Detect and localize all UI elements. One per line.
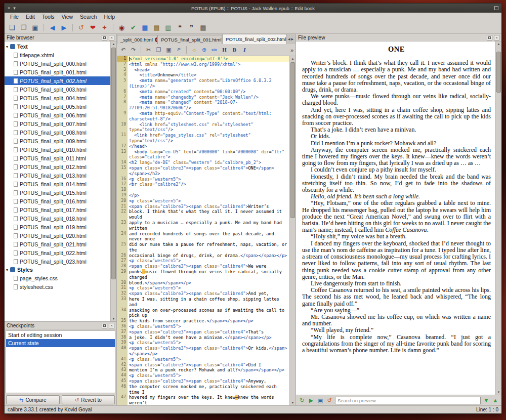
code-line[interactable]: 1<?xml version='1.0' encoding='utf-8'?> — [117, 56, 289, 62]
file-item[interactable]: POTUS_final_split_023.html — [5, 257, 110, 266]
code-line[interactable]: 44<p class="western5"> — [117, 373, 289, 379]
code-line[interactable]: 12</head> — [117, 144, 289, 149]
compare-button[interactable]: ⇆ Compare — [6, 395, 60, 404]
code-view-icon[interactable]: </> — [210, 46, 219, 55]
float-panel-icon[interactable] — [102, 35, 107, 40]
code-line[interactable]: 9 <meta http-equiv="Content-Type" conten… — [117, 111, 289, 122]
file-item[interactable]: POTUS_final_split_008.html — [5, 128, 110, 137]
menu-search[interactable]: Search — [76, 13, 100, 20]
file-item[interactable]: POTUS_final_split_013.html — [5, 171, 110, 180]
redo-icon[interactable]: ↷ — [129, 46, 138, 55]
file-item[interactable]: POTUS_final_split_000.html — [5, 59, 110, 68]
scroll-up-icon[interactable]: ▲ — [111, 41, 116, 47]
code-line[interactable]: 45<span class="calibre3"><span class="ca… — [117, 379, 289, 384]
scrollbar-thumb[interactable] — [111, 48, 116, 279]
reload-icon[interactable]: ↺ — [325, 396, 333, 404]
file-item[interactable]: POTUS_final_split_022.html — [5, 248, 110, 257]
menu-help[interactable]: Help — [100, 13, 118, 20]
code-line[interactable]: 39<p class="western5"> — [117, 340, 289, 346]
run-preview-icon[interactable]: ▶ — [307, 396, 315, 404]
checkpoint-item[interactable]: Start of editing session — [6, 331, 115, 339]
scroll-down-icon[interactable]: ▼ — [290, 400, 296, 405]
section-header-styles[interactable]: ▾Styles — [5, 266, 110, 274]
scroll-tabs-left-icon[interactable]: ◂ — [288, 36, 290, 41]
preview-search-input[interactable] — [335, 397, 481, 404]
insert-quote-icon[interactable]: ❞ — [187, 23, 196, 32]
scroll-up-icon[interactable]: ▲ — [290, 56, 296, 61]
code-line[interactable]: 2<html xmlns="http://www.w3.org/1999/xht… — [117, 62, 289, 67]
refresh-preview-icon[interactable]: ↻ — [298, 396, 306, 404]
file-item[interactable]: POTUS_final_split_019.html — [5, 223, 110, 231]
file-item[interactable]: POTUS_final_split_018.html — [5, 214, 110, 223]
reports-icon[interactable]: ▤ — [198, 23, 208, 32]
file-item[interactable]: POTUS_final_split_002.html — [5, 76, 110, 85]
code-line[interactable]: 46the computer screen mocked me, practic… — [117, 384, 289, 395]
file-item[interactable]: POTUS_final_split_014.html — [5, 180, 110, 188]
section-header-text[interactable]: ▾Text — [5, 43, 110, 51]
code-line[interactable]: 7 <meta name="changedby" content="Jack W… — [117, 95, 289, 100]
undo-icon[interactable]: ↶ — [119, 46, 128, 55]
code-line[interactable]: 14<h2 lang="de-DE" class="western" id="c… — [117, 160, 289, 165]
scrollbar-track[interactable] — [111, 47, 116, 316]
back-icon[interactable]: ◀ — [48, 23, 57, 32]
code-line[interactable]: 38a joke. I didn’t even have a minivan.<… — [117, 335, 289, 341]
code-line[interactable]: 23apply to a musician … especially a pun… — [117, 220, 289, 231]
insert-image-icon[interactable]: ▥ — [163, 23, 173, 32]
code-line[interactable]: 40<span class="calibre3"><span class="ca… — [117, 346, 289, 357]
find-next-icon[interactable]: ▼ — [482, 396, 490, 404]
file-item[interactable]: POTUS_final_split_021.html — [5, 240, 110, 248]
editor-tab[interactable]: POTUS_final_split_001.html× — [157, 35, 222, 44]
tweak-book-icon[interactable]: ✦ — [100, 23, 109, 32]
file-item[interactable]: titlepage.xhtml — [5, 51, 110, 59]
code-line[interactable]: 10 <link href="stylesheet.css" rel="styl… — [117, 122, 289, 133]
code-line[interactable]: 3 <head> — [117, 67, 289, 73]
code-line[interactable]: 13 <body lang="en-US" text="#000000" lin… — [117, 149, 289, 160]
copy-icon[interactable]: ❐ — [154, 46, 163, 55]
file-item[interactable]: POTUS_final_split_020.html — [5, 231, 110, 240]
scrollbar-track[interactable] — [290, 61, 296, 400]
code-line[interactable]: 37<span class="calibre3"><span class="ca… — [117, 329, 289, 335]
code-line[interactable]: 18 — [117, 187, 289, 193]
code-line[interactable]: 11 <link href="page_styles.css" rel="sty… — [117, 133, 289, 144]
check-book-icon[interactable]: ◉ — [117, 23, 126, 32]
new-file-icon[interactable]: ❏ — [7, 23, 17, 32]
code-line[interactable]: 27<p class="western5"> — [117, 258, 289, 264]
window-titlebar[interactable]: × ▾ POTUS (EPUB) :: POTUS - Jack Wallen.… — [5, 4, 501, 13]
toolbar-overflow-icon[interactable]: » — [290, 47, 293, 53]
file-item[interactable]: POTUS_final_split_007.html — [5, 119, 110, 128]
float-panel-icon[interactable] — [487, 35, 492, 40]
save-icon[interactable]: ▣ — [30, 23, 40, 32]
revert-to-button[interactable]: ↺ Revert to — [62, 395, 115, 404]
code-line[interactable]: 30blood.</span></span></p> — [117, 280, 289, 286]
code-line[interactable]: 8 <meta name="changed" content="2018-07-… — [117, 100, 289, 111]
code-line[interactable]: 5 <meta name="generator" content="LibreO… — [117, 78, 289, 89]
file-item[interactable]: POTUS_final_split_009.html — [5, 137, 110, 145]
file-item[interactable]: stylesheet.css — [5, 282, 110, 291]
scroll-down-icon[interactable]: ▼ — [496, 390, 501, 395]
file-item[interactable]: POTUS_final_split_005.html — [5, 102, 110, 111]
arrange-files-icon[interactable]: ▦ — [140, 23, 150, 32]
window-maximize-icon[interactable] — [494, 6, 498, 10]
window-shade-icon[interactable]: ▾ — [13, 6, 16, 11]
code-line[interactable]: 15<span class="calibre3"><span class="ca… — [117, 165, 289, 177]
code-line[interactable]: 36<p class="western5"> — [117, 324, 289, 329]
open-book-icon[interactable]: ❐ — [19, 23, 28, 32]
menu-file[interactable]: File — [7, 13, 22, 20]
code-line[interactable]: 17<br class="calibre2"/> — [117, 182, 289, 187]
forward-icon[interactable]: ▶ — [59, 23, 69, 32]
scrollbar-thumb[interactable] — [496, 52, 501, 93]
tips-icon[interactable]: ☼ — [190, 46, 198, 55]
checkpoint-item[interactable]: Current state — [6, 339, 115, 347]
code-line[interactable]: 19</p> — [117, 193, 289, 198]
code-line[interactable]: 6 <meta name="created" content="00:00:00… — [117, 89, 289, 95]
paste-icon[interactable]: ▣ — [164, 46, 173, 55]
bold-icon[interactable]: B — [230, 46, 239, 55]
window-close-icon[interactable]: × — [8, 6, 10, 11]
find-previous-icon[interactable]: ▲ — [491, 396, 499, 404]
scrollbar-track[interactable] — [496, 47, 501, 390]
code-line[interactable]: 32<span class="calibre3"><span class="ca… — [117, 291, 289, 297]
code-line[interactable]: 31<p class="western5"> — [117, 285, 289, 291]
undo-icon[interactable]: ↺ — [76, 23, 86, 32]
close-panel-icon[interactable]: × — [494, 35, 499, 40]
code-editor[interactable]: 1<?xml version='1.0' encoding='utf-8'?>2… — [117, 56, 289, 405]
